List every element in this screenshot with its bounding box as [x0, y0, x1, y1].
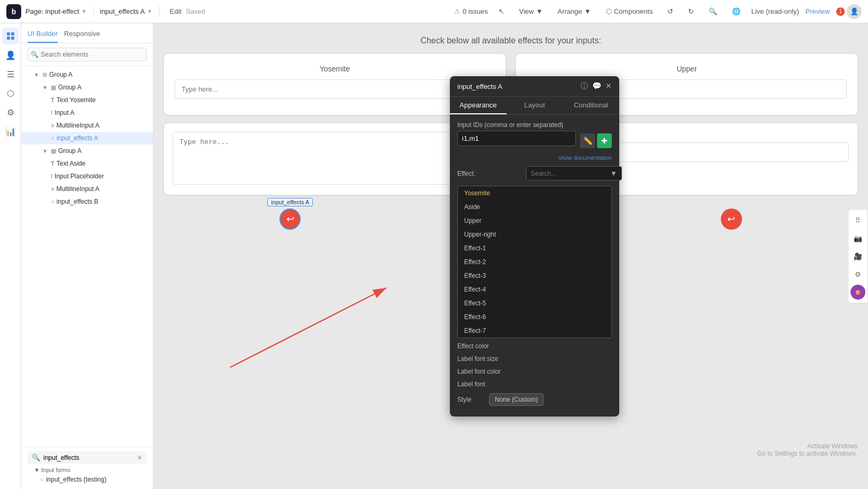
input-effects-dropdown-icon[interactable]: ▼ [147, 8, 152, 14]
dropdown-item-effect-7[interactable]: Effect-7 [458, 324, 611, 338]
tree-item-multiline-a[interactable]: ≡ MultilineInput A [21, 119, 153, 132]
canvas: Check below all available effects for yo… [153, 23, 868, 489]
sidebar-search-row-input[interactable] [43, 454, 134, 461]
right-toolbar-dots[interactable]: ⠿ [851, 213, 865, 228]
dropdown-item-effect-3[interactable]: Effect-3 [458, 269, 611, 283]
sidebar-search-input[interactable] [28, 48, 147, 61]
sidebar-search-icon: 🔍 [31, 51, 39, 58]
tree-item-input-effects-b[interactable]: ○ input_effects B [21, 195, 153, 208]
icon-bar-person[interactable]: 👤 [2, 47, 19, 64]
effect-circle-btn-3[interactable]: ↩ [721, 209, 742, 230]
undo-button[interactable]: ↺ [663, 5, 677, 17]
svg-rect-1 [11, 32, 14, 35]
topbar-right: ⚠ 0 issues ↖ View ▼ Arrange ▼ ⬡ Componen… [454, 4, 862, 19]
canvas-header-text: Check below all available effects for yo… [164, 34, 857, 46]
dropdown-item-effect-2[interactable]: Effect-2 [458, 255, 611, 269]
tree-item-group-a-top[interactable]: ▼ ⊞ Group A [21, 68, 153, 81]
icon-bar-workflow[interactable]: ⬡ [2, 85, 19, 102]
tree-item-input-effects-a[interactable]: ○ input_effects A [21, 132, 153, 144]
dropdown-item-effect-6[interactable]: Effect-6 [458, 310, 611, 324]
panel-header: input_effects A ⓘ 💬 ✕ [450, 76, 619, 97]
right-toolbar-target-icon[interactable]: 🎯 [851, 285, 865, 300]
topbar-input-effects: input_effects A ▼ [100, 7, 152, 15]
tree-item-group-a-2[interactable]: ▼ ▦ Group A [21, 144, 153, 157]
panel-tab-layout[interactable]: Layout [507, 97, 563, 114]
effect-circle-btn-selected[interactable]: ↩ [279, 209, 301, 230]
panel-label-font-color-row: Label font color [457, 368, 612, 375]
dropdown-item-effect-5[interactable]: Effect-5 [458, 296, 611, 310]
tree-item-multiline-a2[interactable]: ≡ MultilineInput A [21, 183, 153, 195]
topbar-live[interactable]: Live (read-only) [751, 7, 799, 15]
panel-style-btn[interactable]: None (Custom) [489, 393, 544, 406]
right-toolbar-video[interactable]: 🎥 [851, 249, 865, 264]
panel-style-row: Style None (Custom) [457, 393, 612, 406]
panel-close-icon[interactable]: ✕ [605, 82, 612, 91]
tree-item-input-a[interactable]: I Input A [21, 106, 153, 119]
topbar-divider2 [159, 6, 159, 17]
dropdown-item-aside[interactable]: Aside [458, 200, 611, 214]
dropdown-item-yosemite[interactable]: Yosemite [458, 186, 611, 200]
right-toolbar-camera[interactable]: 📷 [851, 231, 865, 246]
right-toolbar: ⠿ 📷 🎥 ⚙ 🎯 [848, 209, 868, 303]
notification-badge[interactable]: 1 [836, 7, 845, 16]
panel-effect-search[interactable] [531, 170, 610, 177]
user-avatar[interactable]: 👤 [847, 4, 862, 19]
svg-rect-2 [7, 37, 10, 40]
page-dropdown-icon[interactable]: ▼ [82, 8, 87, 14]
dropdown-list: Yosemite Aside Upper Upper-right Effect-… [457, 186, 612, 338]
dropdown-item-upper-right[interactable]: Upper-right [458, 228, 611, 241]
panel-add-icon-btn[interactable]: ✚ [597, 133, 612, 148]
topbar-logo[interactable]: b [6, 4, 21, 19]
sidebar-tabs: UI Builder Responsive [21, 23, 153, 43]
activate-windows: Activate Windows Go to Settings to activ… [757, 442, 857, 457]
panel-effect-row: Effect: ▼ [457, 166, 612, 180]
panel-comment-icon[interactable]: 💬 [592, 82, 601, 91]
pointer-tool-button[interactable]: ↖ [494, 5, 509, 17]
panel-ids-input[interactable] [457, 131, 576, 146]
icon-bar-analytics[interactable]: 📊 [2, 123, 19, 140]
tree-item-input-placeholder[interactable]: I Input Placeholder [21, 170, 153, 183]
dropdown-item-effect-1[interactable]: Effect-1 [458, 241, 611, 255]
icon-bar-ui-builder[interactable] [2, 28, 19, 44]
sidebar-search-close-icon[interactable]: ✕ [137, 454, 142, 461]
card-aside-textarea[interactable] [173, 132, 497, 185]
components-button[interactable]: ⬡ Components [602, 5, 657, 17]
canvas-inner: Check below all available effects for yo… [153, 23, 868, 489]
sidebar-search-area: 🔍 [21, 43, 153, 66]
card-yosemite-input[interactable] [175, 79, 495, 99]
panel-body: Input IDs (comma or enter separated) ✏️ … [450, 115, 619, 416]
panel-header-icons: ⓘ 💬 ✕ [581, 82, 612, 91]
view-button[interactable]: View ▼ [515, 5, 547, 17]
panel-edit-icon-btn[interactable]: ✏️ [580, 133, 595, 148]
panel-tab-appearance[interactable]: Appearance [450, 97, 507, 114]
panel-label-font-label: Label font [457, 381, 526, 388]
search-button[interactable]: 🔍 [704, 5, 721, 17]
panel-effect-dropdown[interactable]: ▼ [526, 166, 622, 180]
redo-button[interactable]: ↻ [684, 5, 698, 17]
tree-item-text-yosemite[interactable]: T Text Yosemite [21, 94, 153, 106]
panel: input_effects A ⓘ 💬 ✕ Appearance Layout … [450, 76, 619, 416]
sidebar-search-result-item[interactable]: ○ input_effects (testing) [28, 474, 147, 485]
icon-bar-data[interactable]: ☰ [2, 66, 19, 83]
topbar-divider [93, 6, 94, 17]
topbar-preview[interactable]: Preview [806, 7, 830, 15]
tree-item-text-aside[interactable]: T Text Aside [21, 157, 153, 170]
panel-doc-link[interactable]: show documentation [457, 155, 612, 161]
panel-info-icon[interactable]: ⓘ [581, 82, 588, 91]
sidebar-search-section: 🔍 ✕ ▼ Input forms ○ input_effects (testi… [21, 447, 153, 489]
arrange-button[interactable]: Arrange ▼ [554, 5, 595, 17]
globe-button[interactable]: 🌐 [728, 5, 745, 17]
dropdown-item-effect-4[interactable]: Effect-4 [458, 283, 611, 296]
panel-ids-row: ✏️ ✚ [457, 131, 612, 150]
topbar-edit[interactable]: Edit [170, 7, 182, 15]
sidebar-tab-responsive[interactable]: Responsive [64, 28, 100, 43]
sidebar-tab-ui-builder[interactable]: UI Builder [28, 28, 58, 43]
panel-tab-conditional[interactable]: Conditional [563, 97, 619, 114]
right-toolbar-settings[interactable]: ⚙ [851, 267, 865, 282]
dropdown-item-upper[interactable]: Upper [458, 214, 611, 228]
panel-label-font-size-row: Label font size [457, 355, 612, 363]
icon-bar-settings[interactable]: ⚙ [2, 104, 19, 121]
tree-item-group-a-1[interactable]: ▼ ▦ Group A [21, 81, 153, 94]
panel-effect-label: Effect: [457, 170, 526, 177]
panel-ids-label: Input IDs (comma or enter separated) [457, 121, 612, 129]
